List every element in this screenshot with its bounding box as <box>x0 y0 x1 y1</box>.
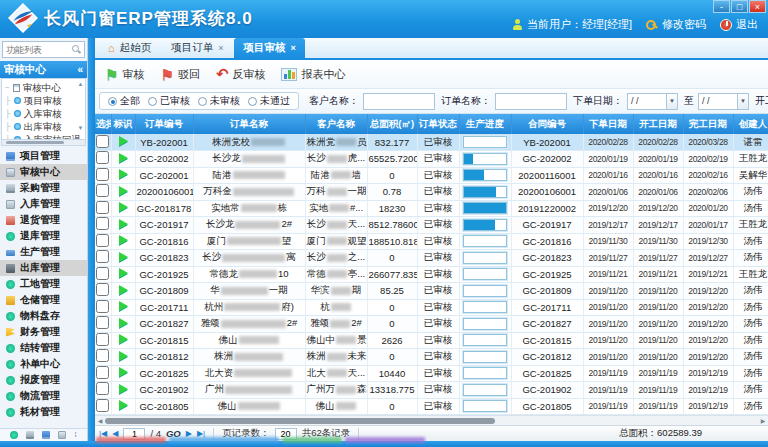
calendar-dropdown-icon[interactable]: ▼ <box>667 93 678 110</box>
column-header-创建人[interactable]: 创建人 <box>733 114 768 134</box>
sidebar-item-工地管理[interactable]: 工地管理 <box>0 276 87 292</box>
function-search-input[interactable] <box>6 45 72 55</box>
change-password-button[interactable]: 修改密码 <box>646 17 706 32</box>
row-checkbox[interactable] <box>96 283 109 296</box>
tree-root[interactable]: − 审核中心 <box>5 81 77 94</box>
column-header-客户名称[interactable]: 客户名称 <box>305 114 367 134</box>
collapse-icon[interactable]: « <box>77 64 83 75</box>
row-checkbox[interactable] <box>96 333 109 346</box>
toolbar-button-驳回[interactable]: ⚑驳回 <box>160 67 199 82</box>
sidebar-item-报废管理[interactable]: 报废管理 <box>0 372 87 388</box>
column-header-订单名称[interactable]: 订单名称 <box>193 114 305 134</box>
table-row[interactable]: GC-201711杭州府)杭0已审核GC-2017112019/11/20201… <box>95 299 768 316</box>
row-checkbox[interactable] <box>96 184 109 197</box>
table-row[interactable]: GC-201805佛山佛山0已审核GC-2018052019/11/192019… <box>95 398 768 415</box>
row-checkbox[interactable] <box>96 366 109 379</box>
row-checkbox[interactable] <box>96 234 109 247</box>
sidebar-item-采购管理[interactable]: 采购管理 <box>0 180 87 196</box>
sidebar-item-退库管理[interactable]: 退库管理 <box>0 228 87 244</box>
table-row[interactable]: GC-201823长沙寓长沙之...0已审核GC-2018232019/11/2… <box>95 250 768 267</box>
row-checkbox[interactable] <box>96 135 109 148</box>
tree-item[interactable]: ├入库审核 <box>5 107 77 120</box>
row-checkbox[interactable] <box>96 382 109 395</box>
row-checkbox[interactable] <box>96 349 109 362</box>
tree-item[interactable]: ├项目审核 <box>5 94 77 107</box>
sidebar-item-审核中心[interactable]: 审核中心 <box>0 164 87 180</box>
scroll-right-icon[interactable]: ▶ <box>758 417 768 424</box>
order-date-from-value[interactable]: / / <box>627 93 667 110</box>
radio-icon[interactable] <box>248 97 257 106</box>
tab-close-icon[interactable]: × <box>290 43 295 53</box>
tab-项目审核[interactable]: 项目审核× <box>234 38 304 58</box>
table-row[interactable]: GC-201825北大资北大天...10440已审核GC-2018252019/… <box>95 365 768 382</box>
row-checkbox[interactable] <box>96 316 109 329</box>
sidebar-item-结转管理[interactable]: 结转管理 <box>0 340 87 356</box>
column-header-生产进度[interactable]: 生产进度 <box>459 114 511 134</box>
maximize-button[interactable]: □ <box>731 0 748 13</box>
radio-全部[interactable]: 全部 <box>108 94 140 108</box>
table-row[interactable]: GC-202002长沙龙长沙虎...65525.7200...已审核GC-202… <box>95 151 768 168</box>
table-row[interactable]: GC-201902广州广州万森林13318.775已审核GC-201902201… <box>95 382 768 399</box>
sidebar-item-仓储管理[interactable]: 仓储管理 <box>0 292 87 308</box>
tab-起始页[interactable]: ⌂起始页 <box>99 38 160 58</box>
sidebar-item-物流管理[interactable]: 物流管理 <box>0 388 87 404</box>
sidebar-item-补单中心[interactable]: 补单中心 <box>0 356 87 372</box>
retreat-mini-icon[interactable] <box>10 431 18 439</box>
row-checkbox[interactable] <box>96 399 109 412</box>
sidebar-item-耗材管理[interactable]: 耗材管理 <box>0 404 87 420</box>
radio-icon[interactable] <box>108 97 117 106</box>
calendar-dropdown-icon[interactable]: ▼ <box>738 93 749 110</box>
row-checkbox[interactable] <box>96 267 109 280</box>
row-checkbox[interactable] <box>96 300 109 313</box>
column-header-完工日期[interactable]: 完工日期 <box>683 114 733 134</box>
column-header-开工日期[interactable]: 开工日期 <box>633 114 683 134</box>
table-row[interactable]: GC-201812株洲株洲未来0已审核GC-2018122019/11/2020… <box>95 349 768 366</box>
column-header-下单日期[interactable]: 下单日期 <box>583 114 633 134</box>
cart-mini-icon[interactable] <box>26 431 34 439</box>
tree-item[interactable]: ├入库审核回退 <box>5 133 77 140</box>
sidebar-item-入库管理[interactable]: 入库管理 <box>0 196 87 212</box>
sidebar-item-出库管理[interactable]: 出库管理 <box>0 260 87 276</box>
tree-horizontal-scrollbar[interactable] <box>1 140 86 146</box>
sidebar-splitter[interactable] <box>88 38 95 441</box>
tab-项目订单[interactable]: 项目订单× <box>162 38 232 58</box>
scroll-left-icon[interactable]: ◀ <box>95 417 105 424</box>
radio-icon[interactable] <box>148 97 157 106</box>
sidebar-item-退货管理[interactable]: 退货管理 <box>0 212 87 228</box>
minimize-button[interactable]: - <box>713 0 730 13</box>
customer-name-input[interactable] <box>363 93 435 110</box>
table-row[interactable]: 20200106001万科金万科一期0.78已审核202001060012020… <box>95 184 768 201</box>
column-header-订单状态[interactable]: 订单状态 <box>417 114 459 134</box>
column-header-总面积(㎡)[interactable]: 总面积(㎡) <box>367 114 417 134</box>
sidebar-item-生产管理[interactable]: 生产管理 <box>0 244 87 260</box>
tree-expander-icon[interactable]: − <box>5 81 10 94</box>
order-date-to-value[interactable]: / / <box>698 93 738 110</box>
table-row[interactable]: GC-201917长沙龙2#长沙天...8512.78600...已审核GC-2… <box>95 217 768 234</box>
tree-item[interactable]: ├出库审核 <box>5 120 77 133</box>
table-row[interactable]: GC-201815佛山佛山中景座2626已审核GC-2018152019/11/… <box>95 332 768 349</box>
radio-未审核[interactable]: 未审核 <box>198 94 240 108</box>
search-icon[interactable] <box>72 45 81 54</box>
box-mini-icon[interactable] <box>58 431 66 439</box>
column-header-订单编号[interactable]: 订单编号 <box>135 114 193 134</box>
table-row[interactable]: GC-201816厦门望厦门观望188510.818已审核GC-20181620… <box>95 233 768 250</box>
sidebar-item-财务管理[interactable]: 财务管理 <box>0 324 87 340</box>
toolbar-button-审核[interactable]: ⚑审核 <box>105 67 144 82</box>
horizontal-scrollbar[interactable]: ◀ ▶ <box>95 415 768 425</box>
radio-icon[interactable] <box>198 97 207 106</box>
toolbar-button-报表中心[interactable]: 报表中心 <box>281 67 345 82</box>
table-row[interactable]: GC-201827雅颂2#雅颂2#0已审核GC-2018272019/11/20… <box>95 316 768 333</box>
tab-close-icon[interactable]: × <box>218 43 223 53</box>
sidebar-item-项目管理[interactable]: 项目管理 <box>0 148 87 164</box>
table-row[interactable]: GC-202001陆港陆港墙0已审核202001160012020/01/162… <box>95 167 768 184</box>
table-row[interactable]: GC-2018178实地常栋实地#...18230已审核201912200022… <box>95 200 768 217</box>
logout-button[interactable]: 退出 <box>720 17 758 32</box>
doc-mini-icon[interactable] <box>42 431 50 439</box>
sidebar-item-物料盘存[interactable]: 物料盘存 <box>0 308 87 324</box>
column-header-标识[interactable]: 标识 <box>111 114 135 134</box>
radio-已审核[interactable]: 已审核 <box>148 94 190 108</box>
close-button[interactable]: × <box>749 0 766 13</box>
table-row[interactable]: GC-201809华一期华滨期85.25已审核GC-2018092019/11/… <box>95 283 768 300</box>
radio-未通过[interactable]: 未通过 <box>248 94 290 108</box>
row-checkbox[interactable] <box>96 201 109 214</box>
